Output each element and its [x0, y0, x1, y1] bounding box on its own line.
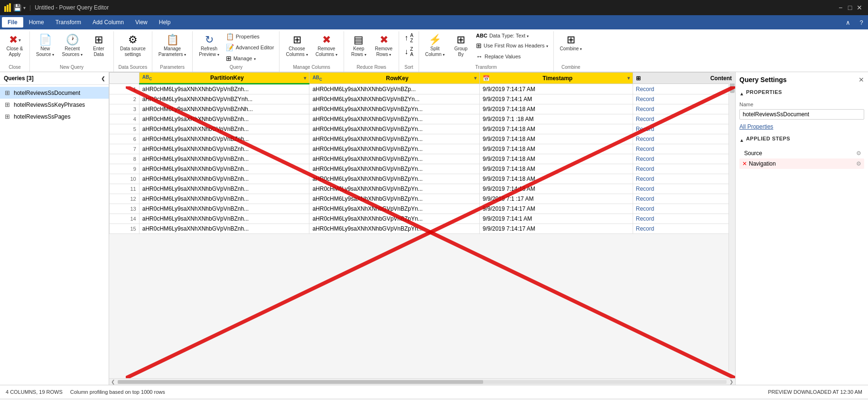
col-header-timestamp[interactable]: 📅 Timestamp ▾	[480, 73, 633, 84]
minimize-button[interactable]: −	[836, 3, 845, 12]
step-source[interactable]: Source ⚙	[739, 148, 864, 158]
col-header-row-key[interactable]: ABC RowKey ▾	[309, 73, 480, 84]
table-row[interactable]: 2 aHR0cHM6Ly9saXNhXNhbGVpVnBZYnh... aHR0…	[110, 94, 735, 104]
cell-content[interactable]: Record	[633, 94, 735, 104]
table-row[interactable]: 3 aHR0cHM6Ly9saXNhXNhbGVpVnBZnNh... aHR0…	[110, 104, 735, 114]
table-row[interactable]: 15 aHR0cHM6Ly9saXNhXNhbGVpVnBZnh... aHR0…	[110, 224, 735, 234]
table-row[interactable]: 11 aHR0cHM6Ly9saXNhXNhbGVpVnBZnh... aHR0…	[110, 184, 735, 194]
maximize-button[interactable]: □	[845, 3, 855, 12]
data-source-settings-button[interactable]: ⚙ Data sourcesettings	[117, 31, 149, 60]
table-row[interactable]: 1 aHR0cHM6Ly9saXNhXNhbGVpVnBZnh... aHR0c…	[110, 84, 735, 94]
remove-rows-button[interactable]: ✖ RemoveRows ▾	[372, 31, 396, 60]
recent-sources-button[interactable]: 🕐 RecentSources ▾	[58, 31, 85, 60]
keep-rows-button[interactable]: ▤ KeepRows ▾	[347, 31, 371, 60]
table-row[interactable]: 13 aHR0cHM6Ly9saXNhXNhbGVpVnBZnh... aHR0…	[110, 204, 735, 214]
step-navigation-gear-icon[interactable]: ⚙	[856, 160, 861, 167]
svg-rect-0	[4, 6, 6, 12]
menu-transform[interactable]: Transform	[50, 17, 87, 28]
cell-content[interactable]: Record	[633, 134, 735, 144]
first-row-header-button[interactable]: ⊞ Use First Row as Headers ▾	[474, 40, 550, 51]
quick-access-arrow[interactable]: ▾	[23, 5, 26, 10]
cell-partition-key: aHR0cHM6Ly9saXNhXNhbGVpVnBZYnh...	[139, 94, 309, 104]
group-by-button[interactable]: ⊞ GroupBy	[449, 31, 473, 60]
cell-content[interactable]: Record	[633, 84, 735, 94]
help-chevron-icon[interactable]: ∧	[843, 18, 853, 27]
query-item-hotel-keyphrases[interactable]: ⊞ hotelReviewsSsKeyPhrases	[0, 99, 109, 111]
col-header-content[interactable]: ⊞ Content	[633, 73, 735, 84]
cell-content[interactable]: Record	[633, 224, 735, 234]
vertical-scrollbar[interactable]	[728, 72, 735, 372]
properties-collapse-icon[interactable]: ▲	[739, 91, 744, 96]
cell-content[interactable]: Record	[633, 104, 735, 114]
remove-columns-button[interactable]: ✖ RemoveColumns ▾	[312, 31, 341, 60]
applied-steps-collapse-icon[interactable]: ▲	[739, 138, 744, 143]
table-row[interactable]: 14 aHR0cHM6Ly9saXNhXNhbGVpVnBZnh... aHR0…	[110, 214, 735, 224]
window-close-button[interactable]: ✕	[855, 3, 864, 12]
cell-content[interactable]: Record	[633, 144, 735, 154]
table-row[interactable]: 12 aHR0cHM6Ly9saXNhXNhbGVpVnBZnh... aHR0…	[110, 194, 735, 204]
refresh-preview-button[interactable]: ↻ RefreshPreview ▾	[196, 31, 222, 60]
table-row[interactable]: 4 aHR0cHM6Ly9saXNhXNhbGVpVnBZnh... aHR0c…	[110, 114, 735, 124]
query-item-hotel-document[interactable]: ⊞ hotelReviewsSsDocument	[0, 87, 109, 99]
manage-parameters-label: ManageParameters ▾	[159, 46, 186, 57]
properties-section-title: PROPERTIES	[746, 89, 782, 95]
manage-parameters-button[interactable]: 📋 ManageParameters ▾	[155, 31, 189, 60]
partition-key-filter-icon[interactable]: ▾	[304, 75, 306, 81]
enter-data-button[interactable]: ⊞ EnterData	[87, 31, 111, 60]
cell-content[interactable]: Record	[633, 124, 735, 134]
cell-content[interactable]: Record	[633, 214, 735, 224]
menu-view[interactable]: View	[130, 17, 153, 28]
cell-content[interactable]: Record	[633, 204, 735, 214]
row-key-filter-icon[interactable]: ▾	[474, 75, 476, 81]
cell-content[interactable]: Record	[633, 194, 735, 204]
new-source-button[interactable]: 📄 NewSource ▾	[33, 31, 57, 60]
properties-button[interactable]: 📋 Properties	[224, 31, 277, 42]
cell-content[interactable]: Record	[633, 154, 735, 164]
manage-button[interactable]: ⊞ Manage ▾	[224, 53, 277, 64]
table-row[interactable]: 10 aHR0cHM6Ly9saXNhXNhbGVpVnBZnh... aHR0…	[110, 174, 735, 184]
close-apply-button[interactable]: ✖ ▾ Close &Apply	[3, 31, 27, 60]
cell-content[interactable]: Record	[633, 184, 735, 194]
query-name-input[interactable]	[739, 109, 864, 120]
cell-timestamp: 9/9/2019 7:1 :17 AM	[480, 194, 633, 204]
cell-content[interactable]: Record	[633, 114, 735, 124]
replace-values-button[interactable]: ↔ Replace Values	[474, 51, 550, 62]
table-row[interactable]: 5 aHR0cHM6Ly9saXNhXNhbGVpVnBZnh... aHR0c…	[110, 124, 735, 134]
row-num: 7	[110, 144, 140, 154]
data-type-label: Data Type: Text ▾	[489, 33, 529, 38]
col-header-partition-key[interactable]: ABC PartitionKey ▾	[139, 73, 309, 84]
help-question-icon[interactable]: ?	[857, 18, 866, 27]
choose-columns-button[interactable]: ⊞ ChooseColumns ▾	[282, 31, 311, 60]
advanced-editor-button[interactable]: 📝 Advanced Editor	[224, 42, 277, 53]
split-column-button[interactable]: ⚡ SplitColumn ▾	[422, 31, 448, 60]
new-query-group-label: New Query	[33, 64, 111, 71]
data-type-button[interactable]: ABC Data Type: Text ▾	[474, 31, 550, 40]
table-row[interactable]: 7 aHR0cHM6Ly9saXNhXNhbGVpVnBZnh... aHR0c…	[110, 144, 735, 154]
step-navigation[interactable]: ✕ Navigation ⚙	[739, 158, 864, 169]
timestamp-filter-icon[interactable]: ▾	[627, 75, 630, 81]
sort-desc-button[interactable]: ↓ ZA	[402, 45, 416, 58]
cell-timestamp: 9/9/2019 7:1 :18 AM	[480, 114, 633, 124]
menu-add-column[interactable]: Add Column	[87, 17, 130, 28]
table-row[interactable]: 6 aHR0cHM6Ly9saXNhXNhbGVpVnBZnh... aHR0c…	[110, 134, 735, 144]
table-row[interactable]: 9 aHR0cHM6Ly9saXNhXNhbGVpVnBZnh... aHR0c…	[110, 164, 735, 174]
data-grid-container[interactable]: ABC PartitionKey ▾ ABC RowKey ▾	[109, 72, 735, 378]
cell-content[interactable]: Record	[633, 164, 735, 174]
sort-asc-button[interactable]: ↑ AZ	[402, 31, 416, 45]
menu-help[interactable]: Help	[153, 17, 177, 28]
save-icon[interactable]: 💾	[13, 4, 21, 11]
menu-file[interactable]: File	[2, 17, 23, 28]
cell-content[interactable]: Record	[633, 174, 735, 184]
advanced-editor-label: Advanced Editor	[236, 45, 274, 50]
split-column-label: SplitColumn ▾	[425, 46, 445, 57]
cell-partition-key: aHR0cHM6Ly9saXNhXNhbGVpVnBZnh...	[139, 134, 309, 144]
query-settings-close-button[interactable]: ✕	[859, 76, 864, 84]
combine-button[interactable]: ⊞ Combine ▾	[557, 31, 586, 54]
queries-collapse-icon[interactable]: ❮	[101, 76, 105, 81]
menu-home[interactable]: Home	[23, 17, 50, 28]
query-item-hotel-pages[interactable]: ⊞ hotelReviewsSsPages	[0, 111, 109, 122]
table-row[interactable]: 8 aHR0cHM6Ly9saXNhXNhbGVpVnBZnh... aHR0c…	[110, 154, 735, 164]
all-properties-link[interactable]: All Properties	[739, 123, 864, 130]
horizontal-scrollbar[interactable]: ❮ ❯	[109, 378, 735, 385]
step-source-gear-icon[interactable]: ⚙	[856, 150, 861, 157]
